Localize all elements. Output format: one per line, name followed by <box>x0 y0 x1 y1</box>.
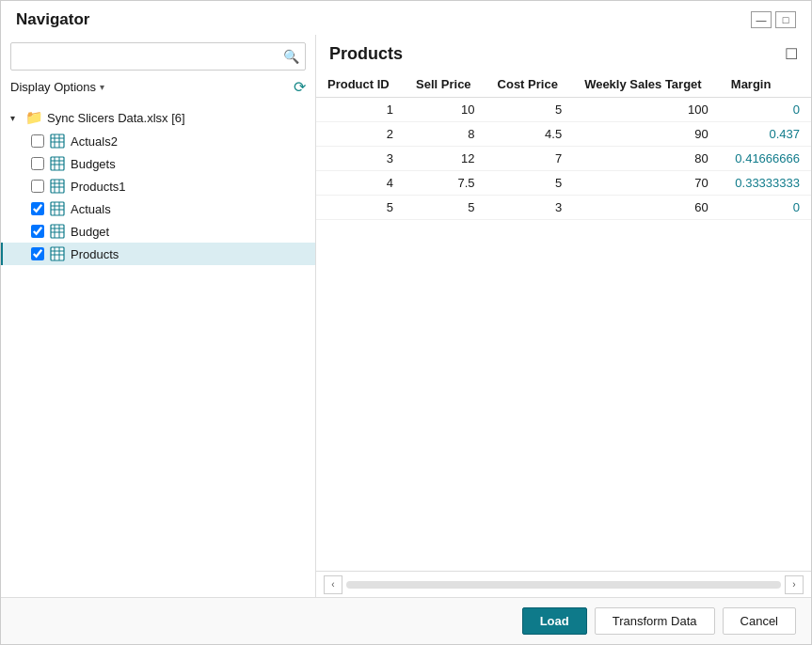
chevron-down-icon: ▾ <box>100 82 104 92</box>
right-panel: Products ☐ Product ID Sell Price Cost Pr… <box>316 35 811 597</box>
search-icon: 🔍 <box>283 49 299 64</box>
refresh-icon: ⟳ <box>294 79 306 95</box>
table-cell: 0.33333333 <box>720 171 811 196</box>
item-checkbox-budget[interactable] <box>31 225 44 238</box>
table-cell: 100 <box>573 98 720 122</box>
item-label-products: Products <box>71 247 119 261</box>
folder-icon: 📁 <box>25 109 43 126</box>
item-label-actuals: Actuals <box>71 202 111 216</box>
col-header-cost-price: Cost Price <box>486 71 574 98</box>
table-cell: 7 <box>486 147 574 171</box>
table-cell: 60 <box>573 196 720 220</box>
table-row: 3127800.41666666 <box>316 147 811 171</box>
list-item[interactable]: Products1 <box>1 175 315 197</box>
item-label-budgets: Budgets <box>71 157 116 171</box>
table-cell: 0 <box>720 98 811 122</box>
preview-header: Products ☐ <box>316 44 811 71</box>
display-options-row: Display Options ▾ ⟳ <box>1 76 315 102</box>
list-item[interactable]: Actuals <box>1 197 315 220</box>
list-item[interactable]: Actuals2 <box>1 130 315 152</box>
table-cell: 4 <box>316 171 405 196</box>
table-cell: 5 <box>486 98 574 122</box>
col-header-sell-price: Sell Price <box>405 71 486 98</box>
dialog-title: Navigator <box>16 10 89 29</box>
table-row: 11051000 <box>316 98 811 122</box>
col-header-margin: Margin <box>720 71 811 98</box>
table-cell: 0.41666666 <box>720 147 811 171</box>
table-icon <box>50 179 65 194</box>
title-bar-left: Navigator <box>16 10 89 29</box>
col-header-product-id: Product ID <box>316 71 405 98</box>
svg-rect-10 <box>51 180 64 193</box>
table-icon <box>50 134 65 149</box>
title-bar: Navigator — □ <box>1 1 811 35</box>
search-bar: 🔍 <box>10 42 306 71</box>
dialog-footer: Load Transform Data Cancel <box>1 597 811 644</box>
table-cell: 90 <box>573 122 720 147</box>
list-item[interactable]: Budget <box>1 220 315 243</box>
table-row: 47.55700.33333333 <box>316 171 811 196</box>
table-icon <box>50 156 65 171</box>
item-checkbox-products1[interactable] <box>31 180 44 193</box>
col-header-weekly-sales: Weekly Sales Target <box>573 71 720 98</box>
table-cell: 3 <box>316 147 405 171</box>
table-cell: 10 <box>405 98 486 122</box>
navigator-dialog: Navigator — □ 🔍 Display Options ▾ ⟳ <box>0 0 812 645</box>
scroll-left-button[interactable]: ‹ <box>324 575 342 594</box>
table-cell: 70 <box>573 171 720 196</box>
left-panel: 🔍 Display Options ▾ ⟳ ▾ 📁 Sync Slicer <box>1 35 316 597</box>
table-icon <box>50 246 65 261</box>
data-table: Product ID Sell Price Cost Price Weekly … <box>316 71 811 220</box>
table-cell: 2 <box>316 122 405 147</box>
svg-rect-15 <box>51 202 64 215</box>
tree-group: ▾ 📁 Sync Slicers Data.xlsx [6] <box>1 105 315 265</box>
table-cell: 8 <box>405 122 486 147</box>
external-link-icon: ☐ <box>785 46 798 62</box>
item-label-budget: Budget <box>71 225 109 239</box>
table-wrapper: Product ID Sell Price Cost Price Weekly … <box>316 71 811 571</box>
refresh-button[interactable]: ⟳ <box>294 78 306 96</box>
cancel-button[interactable]: Cancel <box>723 607 796 635</box>
table-row: 553600 <box>316 196 811 220</box>
search-button[interactable]: 🔍 <box>277 43 305 70</box>
table-cell: 0 <box>720 196 811 220</box>
list-item[interactable]: Budgets <box>1 152 315 175</box>
table-header-row: Product ID Sell Price Cost Price Weekly … <box>316 71 811 98</box>
tree-container: ▾ 📁 Sync Slicers Data.xlsx [6] <box>1 102 315 597</box>
transform-data-button[interactable]: Transform Data <box>595 607 715 635</box>
item-label-actuals2: Actuals2 <box>71 134 118 149</box>
table-cell: 5 <box>486 171 574 196</box>
item-checkbox-budgets[interactable] <box>31 157 44 170</box>
minimize-button[interactable]: — <box>751 11 772 28</box>
svg-rect-20 <box>51 225 64 238</box>
table-cell: 5 <box>316 196 405 220</box>
item-checkbox-products[interactable] <box>31 247 44 260</box>
main-content: 🔍 Display Options ▾ ⟳ ▾ 📁 Sync Slicer <box>1 35 811 597</box>
maximize-button[interactable]: □ <box>775 11 796 28</box>
svg-rect-5 <box>51 157 64 170</box>
tree-group-header[interactable]: ▾ 📁 Sync Slicers Data.xlsx [6] <box>1 105 315 130</box>
item-label-products1: Products1 <box>71 180 126 194</box>
item-checkbox-actuals[interactable] <box>31 202 44 215</box>
display-options-button[interactable]: Display Options ▾ <box>10 80 104 94</box>
svg-rect-0 <box>51 134 64 148</box>
search-input[interactable] <box>11 46 277 68</box>
horizontal-scroll-area: ‹ › <box>316 571 811 597</box>
scroll-right-button[interactable]: › <box>785 575 804 594</box>
table-cell: 4.5 <box>486 122 574 147</box>
svg-rect-25 <box>51 247 64 260</box>
load-button[interactable]: Load <box>522 607 587 635</box>
preview-icon-button[interactable]: ☐ <box>785 45 798 63</box>
table-icon <box>50 224 65 239</box>
table-icon <box>50 201 65 216</box>
scroll-track[interactable] <box>346 581 781 589</box>
table-cell: 80 <box>573 147 720 171</box>
preview-title: Products <box>329 44 403 64</box>
item-checkbox-actuals2[interactable] <box>31 134 44 148</box>
display-options-label: Display Options <box>10 80 96 94</box>
table-cell: 1 <box>316 98 405 122</box>
table-row: 284.5900.437 <box>316 122 811 147</box>
table-cell: 0.437 <box>720 122 811 147</box>
list-item[interactable]: Products <box>1 243 315 265</box>
window-controls: — □ <box>751 11 796 28</box>
